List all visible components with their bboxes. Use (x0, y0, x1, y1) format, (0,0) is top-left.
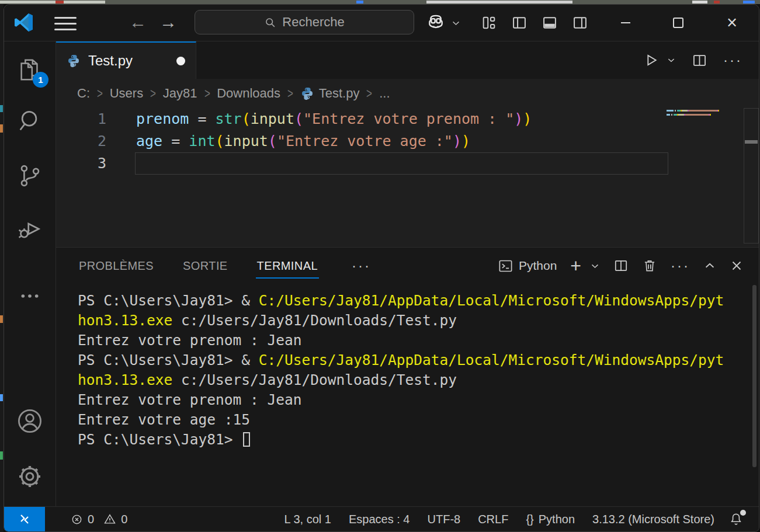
settings-gear-icon[interactable] (16, 463, 44, 491)
code-token: "Entrez votre prenom : " (303, 110, 514, 127)
code-token: ( (216, 133, 224, 149)
code-token: ) (453, 133, 461, 149)
terminal-text: hon3.13.exe (78, 312, 172, 329)
code-token: prenom (136, 110, 189, 127)
sidebar-item-source-control[interactable] (16, 162, 44, 190)
panel-tab-sortie[interactable]: SORTIE (182, 248, 229, 284)
maximize-button[interactable] (662, 5, 695, 41)
sidebar-item-run-and-debug[interactable] (16, 215, 44, 244)
panel-tab-problèmes[interactable]: PROBLÈMES (78, 248, 155, 284)
breadcrumb-item[interactable]: ... (379, 86, 390, 101)
terminal-text: Entrez votre age :15 (78, 411, 250, 428)
status-item-label: UTF-8 (428, 513, 461, 526)
status-item[interactable]: UTF-8 (428, 513, 461, 526)
breadcrumb-item-label: Users (110, 86, 143, 101)
code-token (162, 133, 171, 149)
python-icon (300, 86, 314, 100)
minimize-button[interactable] (609, 5, 642, 41)
terminal-text: PS C:\Users\Jay81> & (78, 292, 259, 309)
toggle-secondary-sidebar-icon[interactable] (572, 15, 588, 31)
split-terminal-icon[interactable] (613, 258, 629, 273)
minimap[interactable] (667, 110, 725, 118)
terminal-scrollbar[interactable] (752, 285, 756, 467)
kill-terminal-trash-icon[interactable] (642, 258, 657, 273)
close-button[interactable]: × (716, 5, 748, 41)
sidebar-item-search[interactable] (16, 107, 44, 135)
title-bar: ← → Recherche (4, 5, 759, 41)
terminal-shell-chip[interactable]: Python (498, 258, 557, 274)
editor-more-actions-icon[interactable]: ··· (723, 54, 742, 66)
problems-status[interactable]: 0 0 (71, 513, 127, 526)
terminal-line: PS C:\Users\Jay81> & C:/Users/Jay81/AppD… (78, 291, 759, 311)
status-item[interactable]: CRLF (478, 513, 508, 526)
panel-tabs-more-icon[interactable]: ··· (352, 260, 371, 272)
code-line: 2age = int(input("Entrez votre age :")) (56, 130, 759, 152)
code-token (206, 110, 215, 127)
minimize-icon (621, 22, 630, 23)
chevron-down-icon (451, 18, 461, 28)
back-arrow-icon[interactable]: ← (129, 11, 147, 34)
terminal-text: C:/Users/Jay81/AppData/Local/Microsoft/W… (259, 292, 724, 309)
sidebar-item-explorer[interactable]: 1 (16, 55, 44, 84)
breadcrumb-item[interactable]: Downloads (217, 86, 280, 101)
python-icon (67, 54, 81, 68)
code-token: input (224, 133, 268, 149)
status-item[interactable]: 3.13.2 (Microsoft Store) (592, 513, 714, 526)
status-item[interactable]: {}Python (526, 513, 575, 526)
modified-dot-icon[interactable] (176, 57, 185, 65)
customize-layout-icon[interactable] (481, 15, 497, 31)
search-icon (264, 16, 276, 29)
status-item[interactable]: L 3, col 1 (284, 513, 331, 526)
code-token: "Entrez votre age :" (277, 133, 453, 149)
breadcrumb-item[interactable]: Users (110, 86, 143, 101)
accounts-icon[interactable] (16, 407, 44, 435)
notifications-bell[interactable] (728, 512, 744, 527)
split-editor-icon[interactable] (692, 53, 707, 68)
toggle-panel-icon[interactable] (542, 15, 558, 31)
main-area: 1 (4, 41, 759, 506)
copilot-button[interactable] (425, 12, 461, 33)
error-icon (71, 513, 83, 526)
code-token (180, 133, 189, 149)
editor-scrollbar[interactable] (744, 108, 759, 244)
panel-tab-terminal[interactable]: TERMINAL (256, 248, 319, 284)
code-token (189, 110, 197, 127)
search-icon (16, 107, 43, 134)
status-item[interactable]: Espaces : 4 (349, 513, 410, 526)
breadcrumb-separator-icon: > (204, 86, 210, 101)
code-lines: 1prenom = str(input("Entrez votre prenom… (56, 108, 759, 175)
forward-arrow-icon[interactable]: → (159, 11, 177, 34)
terminal-line: Entrez votre age :15 (78, 410, 759, 430)
minimap-token (710, 114, 711, 116)
terminal-text: Entrez votre prenom : Jean (78, 391, 302, 408)
maximize-panel-chevron-up-icon[interactable] (703, 259, 716, 272)
tab-test-py[interactable]: Test.py (56, 41, 196, 79)
breadcrumb-item[interactable]: C: (77, 86, 90, 101)
run-dropdown-chevron-icon[interactable] (667, 55, 676, 65)
panel-more-actions-icon[interactable]: ··· (671, 260, 690, 272)
run-button[interactable] (643, 52, 659, 68)
hamburger-menu-icon[interactable] (54, 17, 77, 34)
minimap-token (678, 114, 684, 116)
terminal-output[interactable]: PS C:\Users\Jay81> & C:/Users/Jay81/AppD… (56, 284, 759, 506)
breadcrumb-separator-icon: > (366, 86, 372, 101)
code-line: 1prenom = str(input("Entrez votre prenom… (56, 108, 759, 130)
additional-views-icon[interactable] (16, 282, 44, 310)
breadcrumb-item[interactable]: Test.py (300, 86, 360, 101)
code-token: = (171, 133, 180, 149)
terminal-shell-label: Python (519, 259, 557, 273)
command-center-search[interactable]: Recherche (195, 10, 414, 34)
activity-bar: 1 (4, 41, 56, 506)
terminal-dropdown-chevron-icon[interactable] (590, 261, 600, 271)
code-editor[interactable]: 1prenom = str(input("Entrez votre prenom… (56, 108, 759, 247)
remote-indicator[interactable] (4, 507, 45, 531)
terminal-line: Entrez votre prenom : Jean (78, 331, 759, 350)
close-panel-icon[interactable] (730, 259, 744, 273)
breadcrumb-item-label: Test.py (319, 86, 360, 101)
toggle-primary-sidebar-icon[interactable] (511, 15, 528, 31)
new-terminal-icon[interactable]: + (570, 259, 581, 273)
breadcrumb-item[interactable]: Jay81 (163, 86, 197, 101)
tab-bar: Test.py ··· (56, 41, 759, 79)
ellipsis-icon (18, 284, 41, 308)
code-token: ) (514, 110, 523, 127)
